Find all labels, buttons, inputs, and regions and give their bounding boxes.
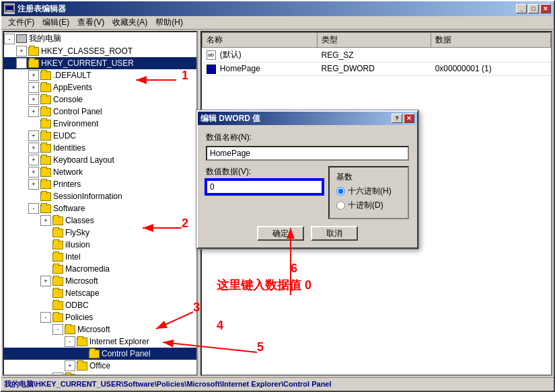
folder-icon-controlpanel: [40, 108, 51, 116]
row-data-homepage: 0x00000001 (1): [431, 63, 551, 76]
tree-label-office: Office: [89, 361, 110, 370]
ab-icon: ab: [207, 50, 216, 60]
hex-radio[interactable]: [336, 187, 345, 196]
expander-ms-policies[interactable]: -: [52, 324, 63, 335]
tree-item-printers[interactable]: + Printers: [4, 178, 196, 190]
dialog-close-button[interactable]: ✕: [404, 114, 414, 123]
expander-eudc[interactable]: +: [28, 130, 39, 141]
tree-item-classes[interactable]: + Classes: [4, 214, 196, 227]
tree-item-environment[interactable]: Environment: [4, 118, 196, 130]
tree-item-keyboard-layout[interactable]: + Keyboard Layout: [4, 154, 196, 166]
folder-icon-syscerts: [65, 374, 75, 377]
expander-intel: [40, 251, 51, 262]
expander-policies[interactable]: -: [40, 312, 51, 323]
menu-file[interactable]: 文件(F): [4, 15, 38, 30]
tree-label-ms-software: Microsoft: [65, 276, 98, 286]
expander-syscerts[interactable]: +: [52, 373, 63, 376]
folder-icon-flysky: [52, 229, 63, 237]
tree-item-ie[interactable]: - Internet Explorer: [4, 336, 196, 348]
tree-label-classes: Classes: [65, 216, 94, 225]
expander-appevents[interactable]: +: [28, 82, 39, 93]
table-row[interactable]: ab (默认) REG_SZ: [202, 48, 551, 63]
hex-radio-label[interactable]: 十六进制(H): [336, 186, 401, 197]
expander-controlpanel[interactable]: +: [28, 106, 39, 117]
tree-item-current-user[interactable]: - HKEY_CURRENT_USER: [4, 57, 196, 69]
tree-label-appevents: AppEvents: [53, 83, 92, 92]
dec-radio-label[interactable]: 十进制(D): [336, 200, 401, 211]
col-data: 数据: [431, 33, 551, 48]
tree-label-current-user: HKEY_CURRENT_USER: [41, 58, 134, 68]
tree-item-classes-root[interactable]: + HKEY_CLASSES_ROOT: [4, 45, 196, 57]
menu-favorites[interactable]: 收藏夹(A): [108, 15, 151, 30]
tree-item-default[interactable]: + .DEFAULT: [4, 69, 196, 81]
folder-icon-keyboard-layout: [40, 156, 51, 165]
tree-label-classes-root: HKEY_CLASSES_ROOT: [41, 46, 133, 56]
tree-label-ie: Internet Explorer: [89, 337, 149, 346]
tree-item-office[interactable]: + Office: [4, 360, 196, 372]
menu-view[interactable]: 查看(V): [73, 15, 108, 30]
expander-keyboard-layout[interactable]: +: [28, 155, 39, 165]
close-button[interactable]: ✕: [540, 4, 551, 13]
tree-item-syscerts[interactable]: + SystemCertificates: [4, 372, 196, 376]
value-input[interactable]: [206, 180, 323, 194]
dialog-help-button[interactable]: ?: [392, 114, 402, 123]
tree-item-ie-controlpanel[interactable]: Control Panel: [4, 348, 196, 360]
row-type-homepage: REG_DWORD: [318, 63, 431, 76]
tree-label-ms-policies: Microsoft: [77, 325, 110, 334]
tree-item-network[interactable]: + Network: [4, 166, 196, 178]
tree-item-ms-policies[interactable]: - Microsoft: [4, 323, 196, 336]
tree-label-printers: Printers: [53, 180, 81, 189]
menu-edit[interactable]: 编辑(E): [38, 15, 73, 30]
dec-radio[interactable]: [336, 201, 345, 210]
value-label: 数值数据(V):: [206, 166, 323, 178]
expander-identities[interactable]: +: [28, 143, 39, 153]
tree-item-odbc[interactable]: ODBC: [4, 299, 196, 311]
expander-console[interactable]: +: [28, 94, 39, 105]
folder-icon-classes-root: [28, 47, 39, 56]
folder-icon-session: [40, 192, 51, 201]
col-name: 名称: [202, 33, 318, 48]
folder-icon-software: [40, 204, 51, 213]
expander-software[interactable]: -: [28, 203, 39, 214]
expander-ie-controlpanel: [77, 348, 87, 359]
folder-icon-default: [40, 71, 51, 80]
expander-default[interactable]: +: [28, 70, 39, 81]
tree-item-ms-software[interactable]: + Microsoft: [4, 275, 196, 287]
maximize-button[interactable]: □: [528, 4, 539, 13]
tree-panel[interactable]: - 我的电脑 + HKEY_CLASSES_ROOT - HKEY_CURREN…: [3, 31, 198, 376]
tree-label-environment: Environment: [53, 119, 98, 128]
expander-office[interactable]: +: [65, 360, 75, 371]
tree-item-software[interactable]: - Software: [4, 202, 196, 214]
tree-item-mycomputer[interactable]: - 我的电脑: [4, 32, 196, 45]
expander-current-user[interactable]: -: [16, 58, 27, 69]
tree-item-policies[interactable]: - Policies: [4, 311, 196, 323]
expander-network[interactable]: +: [28, 167, 39, 178]
tree-item-illusion[interactable]: illusion: [4, 239, 196, 251]
tree-item-appevents[interactable]: + AppEvents: [4, 81, 196, 93]
tree-item-identities[interactable]: + Identities: [4, 142, 196, 154]
expander-ms-software[interactable]: +: [40, 276, 51, 286]
cancel-button[interactable]: 取消: [311, 226, 358, 241]
menu-help[interactable]: 帮助(H): [151, 15, 187, 30]
tree-item-controlpanel[interactable]: + Control Panel: [4, 106, 196, 118]
tree-item-console[interactable]: + Console: [4, 93, 196, 106]
folder-icon-ie: [77, 338, 87, 346]
expander-ie[interactable]: -: [65, 336, 75, 347]
expander-mycomputer[interactable]: -: [4, 34, 15, 44]
expander-printers[interactable]: +: [28, 179, 39, 190]
tree-label-illusion: illusion: [65, 240, 90, 249]
tree-item-netscape[interactable]: Netscape: [4, 287, 196, 299]
minimize-button[interactable]: _: [516, 4, 527, 13]
expander-classes-root[interactable]: +: [16, 46, 27, 56]
tree-item-session[interactable]: SessionInformation: [4, 190, 196, 202]
tree-item-flysky[interactable]: FlySky: [4, 227, 196, 239]
tree-item-eudc[interactable]: + EUDC: [4, 130, 196, 142]
name-input[interactable]: [206, 146, 409, 161]
main-window: 注册表编辑器 _ □ ✕ 文件(F) 编辑(E) 查看(V) 收藏夹(A) 帮助…: [0, 0, 555, 392]
dialog-section: 数值数据(V): 基数 十六进制(H) 十进制(D): [206, 166, 409, 219]
table-row[interactable]: HomePage REG_DWORD 0x00000001 (1): [202, 63, 551, 76]
expander-classes[interactable]: +: [40, 215, 51, 226]
tree-item-intel[interactable]: Intel: [4, 251, 196, 263]
ok-button[interactable]: 确定: [257, 226, 304, 241]
tree-item-macromedia[interactable]: Macromedia: [4, 263, 196, 275]
